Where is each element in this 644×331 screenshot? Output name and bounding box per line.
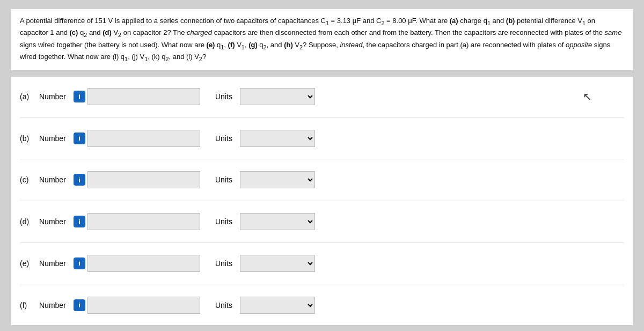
units-select-d[interactable]	[240, 213, 315, 230]
number-input-b[interactable]	[87, 130, 200, 147]
info-icon-a[interactable]: i	[74, 91, 85, 102]
number-input-a[interactable]	[87, 88, 200, 105]
row-letter-e: (e)	[20, 259, 35, 268]
row-number-label-b: Number	[39, 134, 66, 143]
number-input-f[interactable]	[87, 297, 200, 314]
row-label-f: (f) Number	[20, 301, 74, 310]
number-input-c[interactable]	[87, 171, 200, 188]
row-number-label-c: Number	[39, 175, 66, 184]
problem-text: A potential difference of 151 V is appli…	[11, 9, 633, 71]
answer-row-e: (e) Number i Units	[20, 253, 624, 274]
row-label-b: (b) Number	[20, 134, 74, 143]
units-select-a[interactable]	[240, 88, 315, 105]
units-label-f: Units	[215, 301, 236, 310]
info-icon-e[interactable]: i	[74, 258, 85, 269]
main-container: A potential difference of 151 V is appli…	[0, 0, 644, 331]
row-letter-c: (c)	[20, 175, 35, 184]
info-icon-f[interactable]: i	[74, 299, 85, 311]
units-select-c[interactable]	[240, 171, 315, 188]
info-icon-d[interactable]: i	[74, 216, 85, 227]
row-number-label-a: Number	[39, 92, 66, 101]
units-select-e[interactable]	[240, 255, 315, 272]
info-icon-b[interactable]: i	[74, 133, 85, 144]
units-label-c: Units	[215, 175, 236, 184]
row-label-d: (d) Number	[20, 217, 74, 226]
answer-row-b: (b) Number i Units	[20, 128, 624, 149]
answer-row-d: (d) Number i Units	[20, 211, 624, 232]
row-letter-f: (f)	[20, 301, 35, 310]
rows-area: (a) Number i Units ↖ (b) Number i Units	[11, 76, 633, 326]
answer-row-c: (c) Number i Units	[20, 169, 624, 190]
number-input-e[interactable]	[87, 255, 200, 272]
units-label-a: Units	[215, 92, 236, 101]
row-number-label-d: Number	[39, 217, 66, 226]
answer-row-f: (f) Number i Units	[20, 295, 624, 316]
row-letter-a: (a)	[20, 92, 35, 101]
units-label-d: Units	[215, 217, 236, 226]
info-icon-c[interactable]: i	[74, 174, 85, 186]
number-input-d[interactable]	[87, 213, 200, 230]
row-letter-b: (b)	[20, 134, 35, 143]
row-label-c: (c) Number	[20, 175, 74, 184]
row-number-label-e: Number	[39, 259, 66, 268]
answer-row-a: (a) Number i Units ↖	[20, 86, 624, 107]
row-label-e: (e) Number	[20, 259, 74, 268]
row-number-label-f: Number	[39, 301, 66, 310]
cursor-icon-a: ↖	[583, 90, 592, 103]
units-select-f[interactable]	[240, 297, 315, 314]
units-select-b[interactable]	[240, 130, 315, 147]
row-label-a: (a) Number	[20, 92, 74, 101]
row-letter-d: (d)	[20, 217, 35, 226]
units-label-e: Units	[215, 259, 236, 268]
units-label-b: Units	[215, 134, 236, 143]
